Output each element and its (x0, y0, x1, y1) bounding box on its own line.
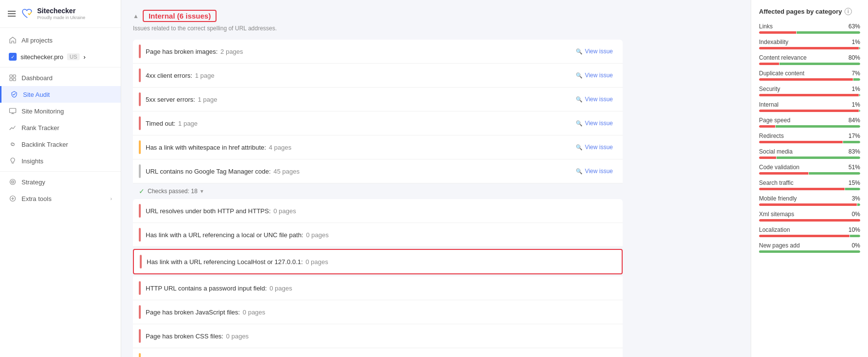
content-area: ▲ Internal (6 issues) Issues related to … (121, 0, 634, 357)
passed-check-row: URL resolves under both HTTP and HTTPS: … (133, 199, 623, 223)
sidebar-item-all-projects[interactable]: All projects (0, 32, 121, 48)
info-icon[interactable]: i (845, 8, 852, 15)
category-item[interactable]: Duplicate content 7% (759, 70, 860, 81)
category-item[interactable]: Code validation 51% (759, 164, 860, 175)
issue-text: HTTP URL contains a password input field… (146, 285, 617, 292)
bar-red (759, 203, 857, 206)
severity-indicator (139, 164, 141, 178)
category-pct: 17% (848, 133, 860, 139)
bar-green (859, 94, 860, 96)
issue-text: Timed out: 1 page (146, 120, 567, 127)
bar-red (759, 172, 808, 175)
bar-red (759, 63, 779, 65)
search-icon: 🔍 (576, 96, 583, 103)
category-item[interactable]: Internal 1% (759, 101, 860, 112)
category-bar (759, 78, 860, 81)
sidebar-item-sitechecker[interactable]: sitechecker.pro US › (0, 48, 121, 65)
category-item[interactable]: Mobile friendly 3% (759, 195, 860, 206)
sidebar-item-extra-tools[interactable]: Extra tools › (0, 190, 121, 207)
sidebar-item-site-monitoring[interactable]: Site Monitoring (0, 103, 121, 119)
search-icon: 🔍 (576, 72, 583, 79)
severity-indicator (139, 305, 141, 319)
category-header: Content relevance 80% (759, 54, 860, 61)
search-icon: 🔍 (576, 168, 583, 175)
shield-check-icon (10, 90, 18, 98)
severity-indicator (139, 140, 141, 154)
bar-red (759, 47, 859, 49)
sidebar-item-site-audit[interactable]: Site Audit (0, 86, 121, 103)
sidebar-item-insights[interactable]: Insights (0, 153, 121, 169)
category-item[interactable]: Content relevance 80% (759, 54, 860, 65)
category-bar (759, 63, 860, 65)
view-issue-button[interactable]: 🔍 View issue (572, 166, 617, 177)
sidebar-item-dashboard[interactable]: Dashboard (0, 69, 121, 86)
home-icon (9, 36, 17, 44)
category-item[interactable]: Indexability 1% (759, 39, 860, 49)
menu-icon[interactable] (8, 11, 16, 17)
category-item[interactable]: Redirects 17% (759, 133, 860, 143)
passed-checks-list: URL resolves under both HTTP and HTTPS: … (133, 199, 623, 357)
bar-green (759, 250, 860, 253)
issue-text: Has link with a URL referencing LocalHos… (147, 258, 616, 266)
category-item[interactable]: Search traffic 15% (759, 179, 860, 190)
category-item[interactable]: Security 1% (759, 86, 860, 96)
logo-icon (21, 7, 34, 21)
view-issue-button[interactable]: 🔍 View issue (572, 46, 617, 57)
link-icon (9, 140, 17, 148)
sidebar-item-rank-tracker[interactable]: Rank Tracker (0, 119, 121, 136)
category-pct: 0% (852, 211, 860, 218)
category-header: Localization 10% (759, 226, 860, 233)
view-issue-button[interactable]: 🔍 View issue (572, 142, 617, 153)
section-collapse-icon[interactable]: ▲ (133, 13, 139, 20)
category-pct: 1% (852, 101, 860, 108)
checks-passed[interactable]: ✓ Checks passed: 18 ▾ (133, 183, 623, 199)
category-header: Security 1% (759, 86, 860, 92)
search-icon: 🔍 (576, 48, 583, 55)
category-item[interactable]: Localization 10% (759, 226, 860, 237)
bar-green (857, 203, 860, 206)
sidebar-item-strategy[interactable]: Strategy (0, 174, 121, 190)
severity-indicator (139, 68, 141, 82)
monitor-icon (9, 107, 17, 115)
category-bar (759, 250, 860, 253)
view-issue-button[interactable]: 🔍 View issue (572, 118, 617, 129)
sidebar-item-all-projects-label: All projects (22, 37, 112, 44)
category-name: Redirects (759, 133, 784, 139)
severity-indicator (139, 92, 141, 106)
category-pct: 1% (852, 86, 860, 92)
checks-expand-icon[interactable]: ▾ (200, 188, 203, 195)
category-pct: 10% (848, 226, 860, 233)
plus-circle-icon (9, 195, 17, 202)
view-issue-button[interactable]: 🔍 View issue (572, 70, 617, 81)
category-item[interactable]: Links 63% (759, 23, 860, 34)
sidebar-item-dashboard-label: Dashboard (22, 74, 112, 82)
view-issue-button[interactable]: 🔍 View issue (572, 94, 617, 105)
sidebar-item-backlink-tracker[interactable]: Backlink Tracker (0, 136, 121, 153)
category-item[interactable]: Social media 83% (759, 148, 860, 159)
svg-rect-0 (10, 75, 12, 77)
category-item[interactable]: New pages add 0% (759, 242, 860, 253)
svg-point-7 (12, 181, 13, 182)
logo-text-area: Sitechecker Proudly made in Ukraine (37, 7, 86, 20)
svg-rect-4 (10, 109, 16, 113)
severity-indicator (139, 228, 141, 242)
bar-green (777, 156, 860, 159)
sidebar-item-backlink-tracker-label: Backlink Tracker (22, 141, 112, 148)
category-bar (759, 203, 860, 206)
sidebar-item-strategy-label: Strategy (22, 178, 112, 186)
svg-rect-2 (10, 78, 12, 81)
sidebar-item-site-audit-label: Site Audit (23, 91, 112, 98)
main-content: ▲ Internal (6 issues) Issues related to … (121, 0, 751, 357)
category-name: Indexability (759, 39, 788, 45)
categories-list: Links 63% Indexability 1% Content releva… (759, 23, 860, 253)
sidebar-item-site-monitoring-label: Site Monitoring (22, 108, 112, 115)
category-item[interactable]: Page speed 84% (759, 117, 860, 128)
bar-red (759, 235, 849, 237)
category-item[interactable]: Xml sitemaps 0% (759, 211, 860, 222)
category-pct: 84% (848, 117, 860, 124)
passed-check-row: HTTP URL contains a password input field… (133, 276, 623, 300)
check-circle-icon: ✓ (139, 187, 145, 195)
issue-text: 5xx server errors: 1 page (146, 96, 567, 103)
category-bar (759, 110, 860, 112)
category-header: Indexability 1% (759, 39, 860, 45)
